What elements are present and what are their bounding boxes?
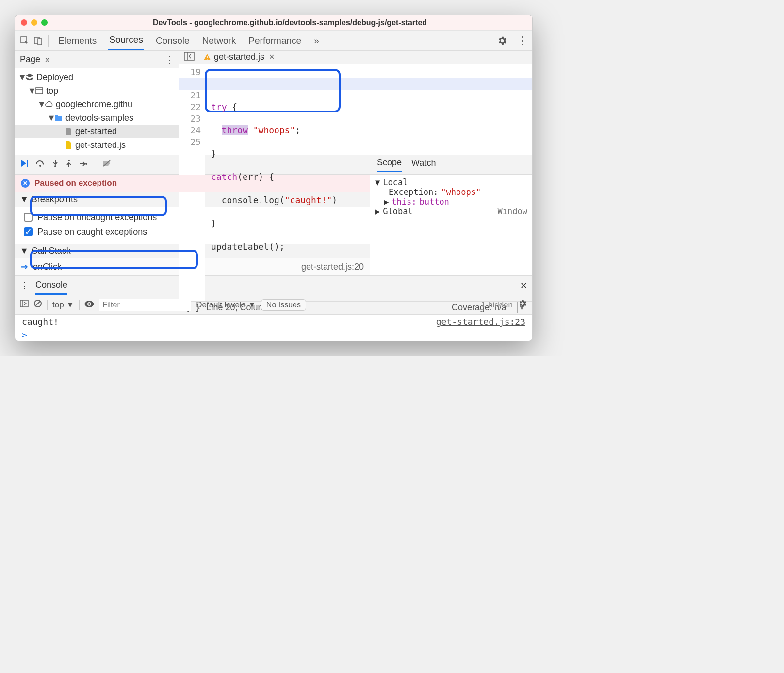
kebab-menu-icon[interactable]: ⋮ <box>516 34 529 48</box>
svg-rect-3 <box>36 88 43 94</box>
console-output: caught! get-started.js:23 > <box>15 315 532 341</box>
console-prompt[interactable]: > <box>15 329 532 341</box>
warning-icon <box>203 53 211 61</box>
deployed-icon <box>25 73 34 81</box>
code-editor[interactable]: 19 20 21 22 23 24 25 try { throw "whoops… <box>179 64 532 301</box>
message-source-link[interactable]: get-started.js:23 <box>436 317 525 327</box>
close-window-button[interactable] <box>21 19 27 26</box>
log-levels-selector[interactable]: Default levels ▼ <box>196 300 256 310</box>
navigator-menu-icon[interactable]: ⋮ <box>165 54 174 65</box>
step-icon[interactable] <box>79 160 88 170</box>
clear-console-icon[interactable] <box>33 299 42 310</box>
document-icon <box>64 128 73 135</box>
zoom-window-button[interactable] <box>41 19 48 26</box>
svg-point-12 <box>68 160 70 161</box>
main-toolbar: Elements Sources Console Network Perform… <box>15 31 532 51</box>
navigator-header: Page » ⋮ <box>15 51 179 68</box>
tree-node-js[interactable]: get-started.js <box>15 138 179 152</box>
navigator-more[interactable]: » <box>45 54 50 64</box>
tabs-overflow[interactable]: » <box>313 31 320 50</box>
svg-point-13 <box>85 163 87 165</box>
console-message[interactable]: caught! get-started.js:23 <box>15 315 532 329</box>
drawer-menu-icon[interactable]: ⋮ <box>20 280 29 291</box>
step-over-icon[interactable] <box>35 160 45 170</box>
svg-line-18 <box>35 301 40 306</box>
close-file-icon[interactable]: × <box>269 52 275 62</box>
hidden-count[interactable]: 1 hidden <box>481 300 513 310</box>
page-tab[interactable]: Page <box>20 54 40 64</box>
settings-gear-icon[interactable] <box>495 34 509 48</box>
pause-reason-icon: ✕ <box>21 179 30 188</box>
resume-icon[interactable] <box>20 159 29 170</box>
svg-rect-8 <box>207 59 208 60</box>
inspect-element-icon[interactable] <box>18 34 32 48</box>
toolbar-divider <box>48 35 49 47</box>
live-expression-icon[interactable] <box>84 300 94 310</box>
step-out-icon[interactable] <box>65 159 72 170</box>
tab-elements[interactable]: Elements <box>57 31 98 50</box>
tab-console[interactable]: Console <box>155 31 191 50</box>
device-toolbar-icon[interactable] <box>32 34 45 48</box>
svg-rect-7 <box>207 56 208 58</box>
step-into-icon[interactable] <box>52 159 59 170</box>
titlebar: DevTools - googlechrome.github.io/devtoo… <box>15 15 532 31</box>
annotation-highlight-paused <box>30 196 167 216</box>
file-tab-label: get-started.js <box>214 52 264 62</box>
folder-icon <box>54 114 64 121</box>
svg-point-11 <box>54 165 56 167</box>
tree-node-deployed[interactable]: ▼ Deployed <box>15 70 179 84</box>
tree-node-folder[interactable]: ▼ devtools-samples <box>15 111 179 125</box>
annotation-highlight-caught <box>30 250 198 269</box>
tab-network[interactable]: Network <box>201 31 237 50</box>
cloud-icon <box>44 101 54 108</box>
deactivate-breakpoints-icon[interactable] <box>102 160 112 170</box>
frame-icon <box>34 87 44 95</box>
devtools-window: DevTools - googlechrome.github.io/devtoo… <box>15 15 533 341</box>
window-title: DevTools - googlechrome.github.io/devtoo… <box>53 18 526 27</box>
editor-tab-bar: get-started.js × <box>179 51 532 64</box>
svg-rect-2 <box>38 39 42 45</box>
tab-sources[interactable]: Sources <box>108 31 144 50</box>
current-frame-icon: ➔ <box>21 261 28 272</box>
tree-node-domain[interactable]: ▼ googlechrome.githu <box>15 97 179 111</box>
console-sidebar-icon[interactable] <box>20 300 29 310</box>
checkbox-checked-icon: ✓ <box>24 227 33 236</box>
toggle-navigator-icon[interactable] <box>182 51 196 64</box>
panel-tabs: Elements Sources Console Network Perform… <box>57 31 495 50</box>
window-controls <box>21 19 48 26</box>
tree-node-top[interactable]: ▼ top <box>15 84 179 97</box>
svg-point-19 <box>88 303 90 305</box>
file-tree: ▼ Deployed ▼ top ▼ googlechrome.githu ▼ … <box>15 68 179 155</box>
tab-performance[interactable]: Performance <box>247 31 302 50</box>
js-file-icon <box>64 141 73 149</box>
minimize-window-button[interactable] <box>31 19 37 26</box>
filter-input[interactable] <box>99 299 191 311</box>
svg-rect-15 <box>20 300 28 307</box>
drawer-console-tab[interactable]: Console <box>35 276 67 295</box>
file-tab-getstarted[interactable]: get-started.js × <box>200 51 278 64</box>
svg-rect-9 <box>27 160 28 167</box>
tree-node-html[interactable]: get-started <box>15 125 179 138</box>
context-selector[interactable]: top ▼ <box>52 300 74 310</box>
svg-point-10 <box>39 165 41 167</box>
paused-text: Paused on exception <box>34 178 117 188</box>
